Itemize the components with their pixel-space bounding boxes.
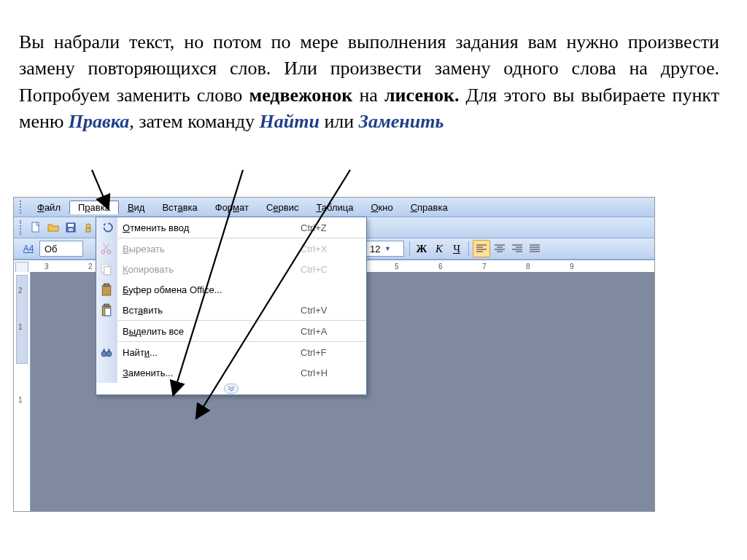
menu-shortcut: Ctrl+Z: [301, 222, 366, 233]
underline-button[interactable]: Ч: [449, 241, 465, 257]
svg-rect-56: [108, 349, 109, 353]
toolbar-grip: [20, 220, 24, 235]
menu-help[interactable]: Справка: [402, 201, 457, 214]
binoculars-icon: [100, 346, 113, 359]
menu-expand-button[interactable]: [96, 383, 366, 394]
style-value: Об: [44, 244, 58, 254]
align-left-button[interactable]: [473, 240, 490, 257]
word-app-window: Файл Правка Вид Вставка Формат Сервис Та…: [13, 197, 655, 512]
menu-label: Заменить...: [123, 368, 301, 378]
ruler-number: 2: [88, 262, 93, 271]
copy-icon: [100, 262, 113, 276]
edit-menu-dropdown: Отменить ввод Ctrl+Z Вырезать Ctrl+X Коп…: [96, 217, 367, 395]
clipboard-icon: [100, 283, 113, 296]
paste-icon: [100, 303, 113, 316]
align-justify-button[interactable]: [527, 241, 543, 257]
align-center-button[interactable]: [492, 241, 508, 257]
menu-label: Вырезать: [123, 244, 301, 254]
svg-rect-47: [104, 267, 111, 275]
italic-button[interactable]: К: [431, 241, 447, 257]
menu-item-paste[interactable]: Вставить Ctrl+V: [96, 300, 366, 320]
open-icon[interactable]: [45, 219, 61, 236]
menu-window[interactable]: Окно: [362, 201, 401, 214]
menu-shortcut: Ctrl+A: [301, 326, 366, 337]
menu-item-undo[interactable]: Отменить ввод Ctrl+Z: [96, 217, 366, 238]
svg-rect-51: [104, 304, 109, 306]
bold-button[interactable]: Ж: [414, 241, 430, 257]
svg-rect-2: [68, 224, 74, 227]
chevron-down-icon: [224, 384, 239, 394]
styles-pane-icon[interactable]: A4: [20, 241, 36, 257]
ruler-number: 3: [44, 262, 49, 271]
menu-label: Вставить: [123, 305, 301, 316]
menu-item-copy[interactable]: Копировать Ctrl+C: [96, 259, 366, 279]
menu-label: Буфер обмена Office...: [123, 284, 301, 295]
ruler-number: 6: [438, 262, 443, 271]
menu-tools[interactable]: Сервис: [258, 201, 308, 214]
menu-table[interactable]: Таблица: [307, 201, 362, 214]
menu-insert[interactable]: Вставка: [153, 201, 206, 214]
menu-shortcut: Ctrl+X: [301, 244, 366, 254]
font-size-combo[interactable]: 12 ▼: [365, 241, 404, 257]
align-right-button[interactable]: [509, 241, 525, 257]
menu-shortcut: Ctrl+C: [301, 264, 366, 275]
svg-point-4: [86, 224, 90, 228]
svg-rect-0: [32, 222, 39, 232]
svg-rect-5: [86, 228, 90, 232]
vertical-ruler: 2 1 1: [14, 272, 31, 511]
svg-rect-49: [104, 284, 109, 286]
menu-file[interactable]: Файл: [28, 201, 69, 214]
menu-label: Отменить ввод: [123, 222, 301, 233]
ruler-number: 8: [526, 262, 530, 271]
save-icon[interactable]: [63, 219, 79, 236]
menu-shortcut: Ctrl+H: [301, 368, 366, 378]
menu-shortcut: Ctrl+V: [301, 305, 366, 316]
menu-label: Найти...: [123, 347, 301, 358]
menubar: Файл Правка Вид Вставка Формат Сервис Та…: [14, 198, 654, 217]
undo-icon: [100, 221, 113, 234]
menu-edit[interactable]: Правка: [69, 201, 119, 214]
ruler-number: 7: [482, 262, 487, 271]
svg-rect-55: [104, 349, 105, 353]
ruler-number: 5: [395, 262, 399, 271]
svg-rect-48: [102, 285, 110, 295]
style-combo[interactable]: Об: [39, 241, 83, 257]
svg-rect-3: [69, 228, 73, 231]
menu-label: Копировать: [123, 264, 301, 275]
menu-item-find[interactable]: Найти... Ctrl+F: [96, 342, 366, 362]
font-size-value: 12: [370, 244, 380, 254]
menu-item-replace[interactable]: Заменить... Ctrl+H: [96, 362, 366, 383]
instruction-text: Вы набрали текст, но потом по мере выпол…: [19, 29, 719, 136]
svg-rect-52: [105, 308, 111, 316]
permission-icon[interactable]: [80, 219, 96, 236]
menu-label: Выделить все: [123, 326, 301, 337]
menu-format[interactable]: Формат: [206, 201, 258, 214]
menu-view[interactable]: Вид: [119, 201, 154, 214]
cut-icon: [100, 242, 113, 255]
new-doc-icon[interactable]: [28, 219, 44, 236]
menu-shortcut: Ctrl+F: [301, 347, 366, 358]
ruler-number: 9: [570, 262, 574, 271]
menu-item-select-all[interactable]: Выделить все Ctrl+A: [96, 321, 366, 341]
menu-item-office-clipboard[interactable]: Буфер обмена Office...: [96, 279, 366, 300]
menu-item-cut[interactable]: Вырезать Ctrl+X: [96, 238, 366, 259]
toolbar-grip: [20, 201, 24, 214]
chevron-down-icon: ▼: [383, 245, 392, 252]
